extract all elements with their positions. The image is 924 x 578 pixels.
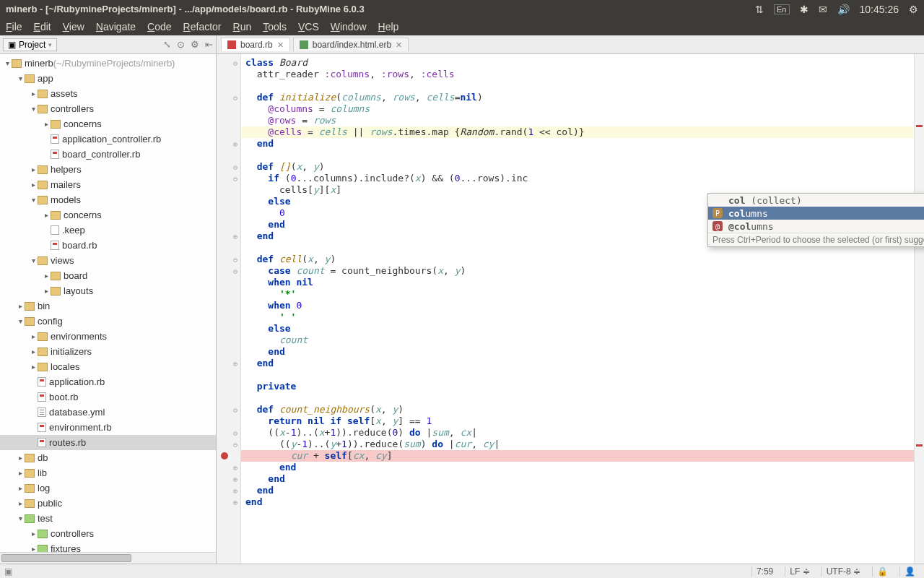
menu-edit[interactable]: Edit	[34, 21, 51, 33]
code-line[interactable]: end	[241, 462, 914, 473]
tree-item[interactable]: ▸environments	[0, 329, 216, 344]
code-line[interactable]: '*'	[241, 288, 914, 300]
tree-item[interactable]: application.rb	[0, 374, 216, 389]
tree-twisty[interactable]: ▸	[16, 302, 25, 310]
code-line[interactable]: def count_neighbours(x, y)	[241, 404, 914, 415]
fold-toggle[interactable]: ⊕	[233, 140, 237, 148]
breakpoint-icon[interactable]	[221, 452, 228, 460]
tree-item[interactable]: environment.rb	[0, 420, 216, 435]
tree-item[interactable]: routes.rb	[0, 435, 216, 450]
fold-toggle[interactable]: ⊕	[233, 499, 237, 506]
tree-twisty[interactable]: ▸	[42, 287, 51, 295]
code-line[interactable]: count	[241, 335, 914, 346]
tree-item[interactable]: boot.rb	[0, 389, 216, 405]
fold-toggle[interactable]: ⊖	[233, 429, 237, 437]
code-line[interactable]: case count = count_neighbours(x, y)	[241, 265, 914, 277]
tree-twisty[interactable]: ▾	[29, 105, 38, 113]
language-indicator[interactable]: En	[774, 4, 789, 14]
code-line[interactable]: def cell(x, y)	[241, 254, 914, 265]
status-icon[interactable]: ▣	[4, 566, 12, 577]
code-line[interactable]: ((x-1)..(x+1)).reduce(0) do |sum, cx|	[241, 427, 914, 439]
code-line[interactable]: if (0...columns).include?(x) && (0...row…	[241, 173, 914, 184]
tree-twisty[interactable]	[29, 408, 38, 416]
line-separator[interactable]: LF ≑	[785, 566, 814, 577]
tree-twisty[interactable]	[29, 393, 38, 401]
menu-run[interactable]: Run	[233, 21, 252, 33]
tree-twisty[interactable]: ▸	[29, 363, 38, 371]
code-line[interactable]: cur + self[cx, cy]	[241, 450, 914, 462]
code-editor[interactable]: ⊖⊖⊕⊖⊖⊕⊖⊖⊕⊖⊖⊖⊕⊕⊕⊕ class Board attr_reader…	[217, 54, 924, 564]
tree-item[interactable]: ▸locales	[0, 359, 216, 374]
code-line[interactable]	[241, 150, 914, 161]
network-icon[interactable]: ⇅	[755, 4, 764, 15]
code-line[interactable]: @cells = cells || rows.times.map {Random…	[241, 126, 914, 138]
code-line[interactable]: else	[241, 323, 914, 335]
tree-twisty[interactable]	[29, 423, 38, 431]
fold-toggle[interactable]: ⊖	[233, 59, 237, 67]
tree-item[interactable]: ▸controllers	[0, 526, 216, 541]
tree-twisty[interactable]: ▸	[16, 499, 25, 507]
code-line[interactable]: def initialize(columns, rows, cells=nil)	[241, 92, 914, 103]
code-line[interactable]: end	[241, 346, 914, 358]
project-tree[interactable]: ▾minerb (~/RubymineProjects/minerb)▾app▸…	[0, 54, 217, 564]
editor-tab[interactable]: board/index.html.erb✕	[293, 38, 409, 51]
editor-gutter[interactable]: ⊖⊖⊕⊖⊖⊕⊖⊖⊕⊖⊖⊖⊕⊕⊕⊕	[217, 54, 241, 564]
code-line[interactable]: private	[241, 381, 914, 392]
tree-item[interactable]: ▸initializers	[0, 344, 216, 359]
close-icon[interactable]: ✕	[277, 40, 284, 50]
tree-twisty[interactable]: ▸	[42, 272, 51, 280]
settings-icon[interactable]: ⚙	[191, 39, 199, 50]
tree-twisty[interactable]: ▾	[16, 514, 25, 522]
hide-icon[interactable]: ⇤	[205, 39, 213, 50]
tree-item[interactable]: ▸helpers	[0, 162, 216, 177]
code-line[interactable]: def [](x, y)	[241, 161, 914, 173]
tree-item[interactable]: ▾app	[0, 71, 216, 86]
tree-twisty[interactable]: ▸	[29, 90, 38, 98]
code-line[interactable]: end	[241, 496, 914, 508]
tree-item[interactable]: ▸log	[0, 480, 216, 496]
tree-twisty[interactable]	[42, 150, 51, 158]
tree-twisty[interactable]	[42, 241, 51, 249]
menu-tools[interactable]: Tools	[263, 21, 287, 33]
completion-item[interactable]: Pcolumnsparameter	[708, 207, 924, 220]
tree-twisty[interactable]: ▸	[29, 530, 38, 538]
tree-item[interactable]: ▸layouts	[0, 283, 216, 298]
editor-content[interactable]: class Board attr_reader :columns, :rows,…	[241, 54, 914, 564]
menu-vcs[interactable]: VCS	[298, 21, 319, 33]
fold-toggle[interactable]: ⊖	[233, 256, 237, 264]
tree-twisty[interactable]: ▸	[29, 165, 38, 173]
tree-item[interactable]: .keep	[0, 223, 216, 238]
project-view-selector[interactable]: ▣ Project ▾	[3, 38, 57, 51]
fold-toggle[interactable]: ⊖	[233, 94, 237, 102]
code-line[interactable]: @rows = rows	[241, 115, 914, 126]
close-icon[interactable]: ✕	[396, 40, 402, 50]
tree-twisty[interactable]: ▾	[16, 74, 25, 82]
tree-twisty[interactable]: ▸	[29, 181, 38, 189]
tree-twisty[interactable]: ▾	[3, 59, 12, 67]
fold-toggle[interactable]: ⊖	[233, 267, 237, 275]
sidebar-horizontal-scrollbar[interactable]	[0, 552, 216, 564]
tree-item[interactable]: ▸board	[0, 268, 216, 283]
tree-item[interactable]: ▾views	[0, 253, 216, 268]
tree-item[interactable]: board_controller.rb	[0, 147, 216, 162]
tree-item[interactable]: ▸lib	[0, 465, 216, 480]
tree-item[interactable]: ▾test	[0, 511, 216, 526]
scroll-from-source-icon[interactable]: ⊙	[177, 39, 185, 50]
code-line[interactable]: end	[241, 473, 914, 485]
tree-item[interactable]: ▾config	[0, 314, 216, 329]
tree-twisty[interactable]	[29, 439, 38, 447]
cursor-position[interactable]: 7:59	[751, 566, 777, 577]
volume-icon[interactable]: 🔊	[837, 4, 850, 15]
mail-icon[interactable]: ✉	[819, 4, 827, 15]
fold-toggle[interactable]: ⊖	[233, 441, 237, 449]
code-line[interactable]	[241, 80, 914, 92]
fold-toggle[interactable]: ⊖	[233, 175, 237, 183]
menu-window[interactable]: Window	[331, 21, 367, 33]
tree-twisty[interactable]: ▸	[42, 120, 51, 128]
tree-item[interactable]: application_controller.rb	[0, 131, 216, 147]
code-line[interactable]: class Board	[241, 57, 914, 69]
tree-item[interactable]: ▾models	[0, 192, 216, 207]
tree-twisty[interactable]: ▸	[16, 454, 25, 462]
fold-toggle[interactable]: ⊖	[233, 163, 237, 171]
code-line[interactable]: @columns = columns	[241, 103, 914, 115]
